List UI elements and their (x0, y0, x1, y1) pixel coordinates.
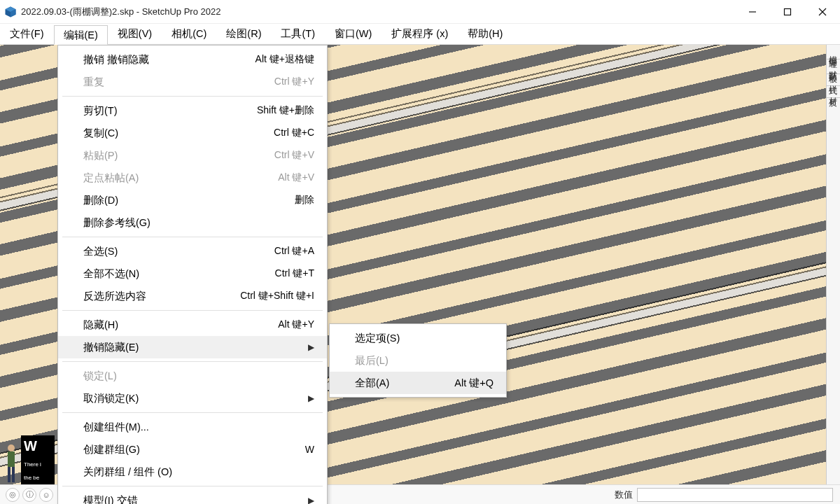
menu-item-shortcut: Alt 键+V (278, 172, 314, 184)
menu-item-shortcut: Ctrl 键+T (275, 267, 314, 280)
menu-separator (62, 412, 323, 413)
instructor-board-line2: the be (24, 475, 52, 482)
menu-item-label: 创建组件(M)... (83, 421, 149, 434)
statusbar-icons: ◎ ⓘ ☺ (0, 488, 59, 502)
menu-item[interactable]: 反选所选内容Ctrl 键+Shift 键+I (58, 285, 327, 307)
menu-item-shortcut: Ctrl 键+V (274, 149, 314, 162)
menu-item-shortcut: Alt 键+退格键 (255, 53, 314, 66)
menu-item-label: 粘贴(P) (83, 149, 118, 162)
menu-item: 锁定(L) (58, 365, 327, 387)
menubar-item[interactable]: 视图(V) (108, 24, 162, 44)
menu-item-label: 重复 (83, 76, 104, 89)
chevron-right-icon: ▶ (308, 342, 314, 352)
menu-separator (62, 237, 323, 237)
menubar-item[interactable]: 扩展程序 (x) (382, 24, 458, 44)
menu-item-shortcut: W (305, 444, 314, 455)
menu-item-label: 创建群组(G) (83, 443, 140, 456)
chevron-right-icon: ▶ (308, 496, 314, 504)
menu-item: 粘贴(P)Ctrl 键+V (58, 144, 327, 167)
menubar-item[interactable]: 相机(C) (162, 24, 216, 44)
menu-item-shortcut: Ctrl 键+Y (274, 76, 314, 88)
submenu-item[interactable]: 选定项(S) (330, 327, 506, 349)
submenu-item-label: 全部(A) (355, 377, 389, 390)
submenu-item-label: 选定项(S) (355, 332, 400, 345)
menu-item-label: 隐藏(H) (83, 318, 118, 332)
menu-item[interactable]: 全部不选(N)Ctrl 键+T (58, 262, 327, 285)
menu-item[interactable]: 撤销隐藏(E)▶ (58, 336, 327, 358)
instructor-thumbnail: W There i the be (1, 431, 55, 484)
menu-item[interactable]: 删除(D)删除 (58, 189, 327, 211)
menu-separator (62, 361, 323, 362)
menu-item[interactable]: 隐藏(H)Alt 键+Y (58, 314, 327, 336)
menu-item[interactable]: 关闭群组 / 组件 (O) (58, 461, 327, 483)
tray-tab[interactable]: 样式 (827, 74, 840, 86)
menubar: 文件(F)编辑(E)视图(V)相机(C)绘图(R)工具(T)窗口(W)扩展程序 … (0, 24, 840, 45)
window-maximize-button[interactable] (770, 0, 805, 24)
credits-icon[interactable]: ⓘ (22, 488, 36, 502)
geolocation-icon[interactable]: ◎ (6, 488, 20, 502)
window-close-button[interactable] (805, 0, 840, 24)
menubar-item[interactable]: 文件(F) (0, 24, 54, 44)
menu-item: 定点粘帖(A)Alt 键+V (58, 167, 327, 189)
menu-item[interactable]: 创建组件(M)... (58, 416, 327, 438)
measurements-field[interactable] (637, 488, 833, 502)
svg-rect-10 (12, 467, 15, 482)
menu-item-shortcut: Shift 键+删除 (257, 104, 314, 117)
right-tray: 模型管理默认面板样式材质 (826, 45, 840, 484)
instructor-board-line1: There i (24, 462, 52, 468)
menu-item-shortcut: Ctrl 键+A (274, 245, 314, 258)
measurements-label: 数值 (615, 489, 633, 501)
tray-tab[interactable]: 模型管理 (827, 45, 840, 59)
menu-item[interactable]: 模型(I) 交错▶ (58, 489, 327, 504)
menu-item[interactable]: 创建群组(G)W (58, 438, 327, 461)
edit-menu-dropdown: 撤销 撤销隐藏Alt 键+退格键重复Ctrl 键+Y剪切(T)Shift 键+删… (57, 45, 328, 504)
svg-point-7 (8, 444, 15, 451)
window-titlebar: 2022.09.03-(雨棚调整)2.skp - SketchUp Pro 20… (0, 0, 840, 24)
menu-item[interactable]: 全选(S)Ctrl 键+A (58, 240, 327, 262)
menu-item-label: 定点粘帖(A) (83, 172, 139, 185)
menubar-item[interactable]: 工具(T) (271, 24, 325, 44)
signin-icon[interactable]: ☺ (39, 488, 53, 502)
window-minimize-button[interactable] (735, 0, 770, 24)
submenu-item: 最后(L) (330, 349, 506, 372)
menubar-item[interactable]: 编辑(E) (54, 25, 108, 45)
window-title: 2022.09.03-(雨棚调整)2.skp - SketchUp Pro 20… (21, 6, 220, 18)
menu-item[interactable]: 删除参考线(G) (58, 211, 327, 234)
menu-item-label: 全部不选(N) (83, 267, 139, 281)
menubar-item[interactable]: 绘图(R) (216, 24, 271, 44)
menu-item-label: 全选(S) (83, 245, 118, 258)
menubar-item[interactable]: 窗口(W) (325, 24, 382, 44)
measurements-box: 数值 (615, 488, 840, 502)
menu-item-shortcut: 删除 (295, 194, 314, 206)
menu-item-label: 撤销隐藏(E) (83, 341, 139, 354)
menu-separator (62, 310, 323, 311)
menu-item-label: 反选所选内容 (83, 290, 146, 303)
menu-item-shortcut: Ctrl 键+C (274, 127, 314, 139)
menu-item-label: 剪切(T) (83, 104, 118, 118)
svg-rect-4 (785, 8, 791, 15)
submenu-item[interactable]: 全部(A)Alt 键+Q (330, 372, 506, 394)
menu-item-label: 复制(C) (83, 127, 118, 140)
menu-item: 重复Ctrl 键+Y (58, 71, 327, 93)
menu-item-label: 锁定(L) (83, 370, 117, 383)
menu-item-label: 关闭群组 / 组件 (O) (83, 465, 172, 479)
submenu-item-shortcut: Alt 键+Q (454, 377, 493, 390)
menu-item[interactable]: 剪切(T)Shift 键+删除 (58, 99, 327, 122)
menu-item-label: 模型(I) 交错 (83, 494, 138, 505)
person-icon (1, 442, 21, 484)
submenu-item-label: 最后(L) (355, 354, 388, 368)
menu-item-shortcut: Alt 键+Y (278, 318, 314, 331)
tray-tab[interactable]: 默认面板 (827, 59, 840, 74)
menu-item[interactable]: 撤销 撤销隐藏Alt 键+退格键 (58, 48, 327, 71)
menu-item[interactable]: 复制(C)Ctrl 键+C (58, 122, 327, 144)
app-logo-icon (4, 6, 17, 18)
menu-item-label: 取消锁定(K) (83, 392, 139, 405)
chevron-right-icon: ▶ (308, 393, 314, 403)
instructor-board-big: W (24, 438, 52, 454)
menu-separator (62, 486, 323, 486)
menu-item-label: 删除(D) (83, 194, 118, 207)
menu-item[interactable]: 取消锁定(K)▶ (58, 387, 327, 410)
tray-tab[interactable]: 材质 (827, 86, 840, 98)
menubar-item[interactable]: 帮助(H) (458, 24, 512, 44)
menu-item-shortcut: Ctrl 键+Shift 键+I (240, 290, 314, 302)
